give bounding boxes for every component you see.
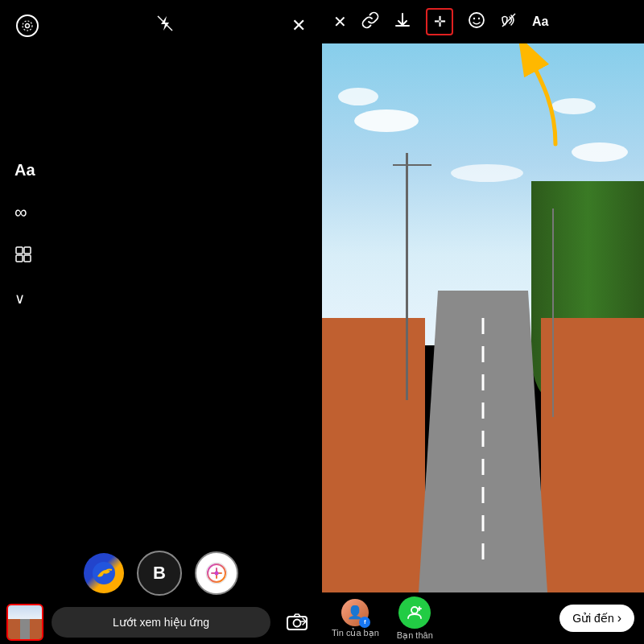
- power-pole-left: [406, 153, 408, 400]
- right-top-bar: ✕ ✛: [322, 0, 644, 43]
- facebook-badge: f: [359, 617, 370, 628]
- svg-point-12: [215, 572, 219, 576]
- snap-icon[interactable]: [84, 553, 124, 593]
- send-arrow-icon: ›: [617, 611, 621, 625]
- road-center-line: [482, 318, 485, 565]
- remix-button[interactable]: [195, 551, 238, 595]
- svg-point-16: [469, 13, 484, 27]
- close-icon[interactable]: ✕: [291, 15, 306, 36]
- svg-rect-6: [16, 255, 23, 262]
- svg-rect-7: [24, 255, 31, 262]
- bold-effect-button[interactable]: B: [137, 551, 182, 596]
- svg-point-14: [294, 620, 301, 627]
- right-panel: ✕ ✛: [322, 0, 644, 644]
- left-top-bar: ✕: [0, 0, 322, 52]
- settings-icon[interactable]: [16, 14, 39, 37]
- power-pole-crossbar-left: [393, 164, 431, 166]
- thumbnail-image: [8, 605, 42, 639]
- cloud-5: [451, 164, 523, 182]
- text-add-icon[interactable]: Aa: [532, 14, 548, 29]
- friends-share-item[interactable]: Bạn thân: [397, 597, 433, 641]
- svg-point-21: [411, 607, 418, 613]
- download-icon[interactable]: [394, 11, 411, 33]
- cloud-2: [338, 88, 378, 105]
- svg-point-17: [473, 17, 475, 19]
- camera-swap-button[interactable]: [279, 604, 316, 641]
- cloud-3: [572, 142, 628, 162]
- ground-left: [322, 318, 425, 592]
- emoji-sticker-icon[interactable]: [468, 11, 485, 33]
- story-image: [322, 43, 644, 592]
- friends-icon-button: [398, 597, 431, 629]
- svg-rect-5: [24, 247, 31, 254]
- bold-icon: B: [153, 563, 166, 584]
- svg-line-3: [158, 16, 172, 31]
- timeline-share-item[interactable]: 👤 f Tin của bạn: [332, 599, 379, 638]
- link-icon[interactable]: [361, 11, 379, 33]
- svg-rect-4: [16, 247, 23, 254]
- timeline-label: Tin của bạn: [332, 628, 379, 638]
- svg-point-0: [26, 24, 30, 28]
- chevron-down-icon[interactable]: ∨: [14, 290, 35, 308]
- infinity-icon[interactable]: ∞: [14, 202, 35, 223]
- left-bottom-area: B: [0, 515, 322, 644]
- bottom-bar: Lướt xem hiệu ứng: [0, 601, 322, 644]
- move-tool-button[interactable]: ✛: [426, 8, 453, 35]
- send-button[interactable]: Gửi đến ›: [559, 605, 634, 632]
- power-pole-right: [552, 208, 555, 417]
- svg-point-18: [478, 17, 480, 19]
- send-label: Gửi đến: [572, 612, 613, 625]
- share-bar: 👤 f Tin của bạn Bạn thân Gửi đến ›: [322, 592, 644, 644]
- top-bar-left-icons: ✕ ✛: [333, 8, 548, 35]
- left-panel: ✕ Aa ∞ ∨: [0, 0, 322, 644]
- ground-right: [541, 318, 644, 592]
- thumbnail-selected[interactable]: [6, 604, 43, 641]
- flash-off-icon[interactable]: [156, 14, 174, 37]
- grid-layout-icon[interactable]: [14, 246, 35, 267]
- text-style-icon[interactable]: Aa: [14, 161, 35, 180]
- road-scene: [322, 43, 644, 592]
- cloud-1: [354, 109, 419, 132]
- effects-row: B: [0, 551, 322, 596]
- close-story-icon[interactable]: ✕: [333, 12, 347, 31]
- effect-label-text: Lướt xem hiệu ứng: [113, 616, 209, 629]
- svg-point-1: [23, 21, 32, 31]
- left-sidebar: Aa ∞ ∨: [14, 161, 35, 308]
- move-icon: ✛: [434, 13, 446, 31]
- friends-label: Bạn thân: [397, 630, 433, 641]
- effect-label[interactable]: Lướt xem hiệu ứng: [52, 607, 270, 638]
- timeline-avatar-group: 👤 f: [341, 599, 369, 626]
- mute-icon[interactable]: [500, 11, 518, 33]
